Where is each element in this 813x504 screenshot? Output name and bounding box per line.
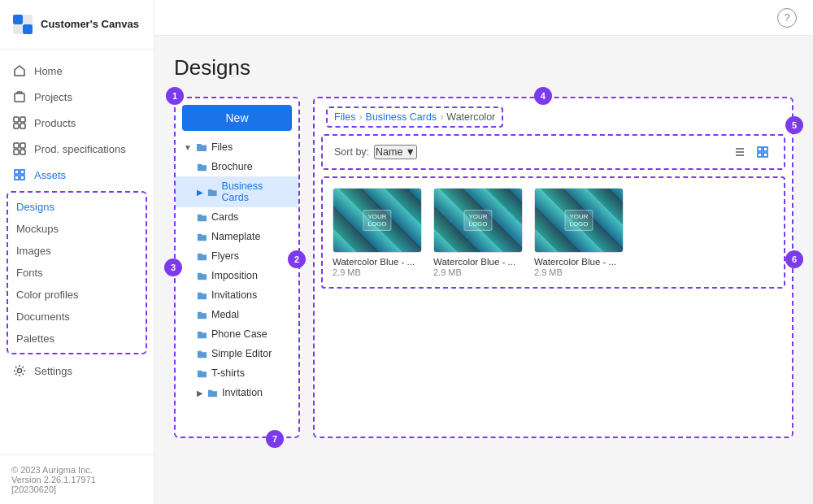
nav-products[interactable]: Products xyxy=(0,110,154,136)
flyers-folder-icon xyxy=(197,251,207,262)
tree-phone-case-label: Phone Case xyxy=(211,328,267,340)
simple-editor-folder-icon xyxy=(197,349,207,359)
annotation-4: 4 xyxy=(534,87,552,105)
tree-nameplate[interactable]: Nameplate xyxy=(176,227,298,246)
subnav-palettes-label: Palettes xyxy=(16,332,54,345)
tree-imposition-label: Imposition xyxy=(211,270,258,281)
file-panel: 1 New ▼ Files Brochure ▶ xyxy=(174,97,793,438)
tree-t-shirts[interactable]: T-shirts xyxy=(176,363,298,383)
file-card-1[interactable]: YOURLOGO Watercolor Blue - ... 2.9 MB xyxy=(333,188,422,277)
tree-cards[interactable]: Cards xyxy=(176,207,298,227)
tree-simple-editor[interactable]: Simple Editor xyxy=(176,344,298,363)
tree-brochure[interactable]: Brochure xyxy=(176,157,298,176)
file-size-2: 2.9 MB xyxy=(433,267,523,277)
file-thumb-1: YOURLOGO xyxy=(333,188,422,253)
subnav-mockups[interactable]: Mockups xyxy=(8,218,146,240)
breadcrumb-business-cards[interactable]: Business Cards xyxy=(366,111,437,123)
logo: Customer's Canvas xyxy=(0,0,154,50)
svg-rect-19 xyxy=(758,153,762,157)
nav-settings-label: Settings xyxy=(34,365,72,377)
subnav-color-profiles-label: Color profiles xyxy=(16,289,79,301)
annotation-6: 6 xyxy=(785,250,803,268)
invitation-folder-icon xyxy=(207,388,218,398)
svg-rect-9 xyxy=(14,143,19,148)
tree-flyers[interactable]: Flyers xyxy=(176,246,298,266)
tree-root[interactable]: ▼ Files xyxy=(176,137,298,157)
help-button[interactable]: ? xyxy=(777,8,797,28)
products-icon xyxy=(13,116,26,129)
breadcrumb-sep-1: › xyxy=(359,111,362,123)
file-size-1: 2.9 MB xyxy=(333,267,422,277)
breadcrumb-files[interactable]: Files xyxy=(334,111,355,123)
logo-text: Customer's Canvas xyxy=(41,18,139,31)
svg-rect-1 xyxy=(23,15,33,24)
sort-bar: Sort by: Name ▼ xyxy=(321,134,785,170)
nav-prod-spec-label: Prod. specifications xyxy=(34,143,126,155)
file-name-1: Watercolor Blue - ... xyxy=(333,257,422,267)
tree-phone-case[interactable]: Phone Case xyxy=(176,324,298,344)
subnav-designs[interactable]: Designs xyxy=(8,196,146,218)
svg-rect-12 xyxy=(20,150,25,154)
tree-invitations-label: Invitations xyxy=(211,289,257,301)
nav-projects[interactable]: Projects xyxy=(0,84,154,110)
list-view-button[interactable] xyxy=(730,142,750,162)
svg-rect-10 xyxy=(20,143,25,148)
file-logo-3: YOURLOGO xyxy=(564,210,593,231)
content-area: Designs 1 New ▼ Files Brochure xyxy=(154,36,813,504)
subnav-palettes[interactable]: Palettes xyxy=(8,328,146,350)
tree-simple-editor-label: Simple Editor xyxy=(211,348,272,359)
file-card-3[interactable]: YOURLOGO Watercolor Blue - ... 2.9 MB xyxy=(534,188,624,277)
view-toggle xyxy=(730,142,772,162)
tree-t-shirts-label: T-shirts xyxy=(211,367,245,379)
subnav-images[interactable]: Images xyxy=(8,240,146,262)
file-card-2[interactable]: YOURLOGO Watercolor Blue - ... 2.9 MB xyxy=(433,188,523,277)
breadcrumb-watercolor[interactable]: Watercolor xyxy=(446,111,495,123)
nav-products-label: Products xyxy=(34,117,76,129)
page-title: Designs xyxy=(174,55,793,80)
tree-medal[interactable]: Medal xyxy=(176,305,298,324)
annotation-7: 7 xyxy=(266,430,284,448)
tree-medal-label: Medal xyxy=(211,309,239,320)
subnav-color-profiles[interactable]: Color profiles xyxy=(8,284,146,306)
grid-view-button[interactable] xyxy=(753,142,772,162)
tree-invitations[interactable]: Invitations xyxy=(176,285,298,305)
nav-projects-label: Projects xyxy=(34,91,72,103)
nav-home[interactable]: Home xyxy=(0,58,154,84)
nav-settings[interactable]: Settings xyxy=(0,358,154,384)
sort-by: Sort by: Name ▼ xyxy=(334,145,417,159)
tree-business-cards[interactable]: ▶ Business Cards xyxy=(176,176,298,207)
new-button[interactable]: New xyxy=(182,105,292,131)
svg-point-13 xyxy=(18,369,22,373)
invitation-arrow: ▶ xyxy=(197,389,203,398)
tree-imposition[interactable]: Imposition xyxy=(176,266,298,285)
svg-rect-18 xyxy=(763,147,767,151)
nav-prod-spec[interactable]: Prod. specifications xyxy=(0,136,154,162)
subnav-designs-label: Designs xyxy=(16,201,54,213)
tree-root-label: Files xyxy=(211,141,233,153)
nav-assets-label: Assets xyxy=(34,169,66,181)
subnav-documents-label: Documents xyxy=(16,311,70,323)
tree-invitation[interactable]: ▶ Invitation xyxy=(176,383,298,402)
svg-rect-6 xyxy=(20,117,25,122)
file-name-3: Watercolor Blue - ... xyxy=(534,257,624,267)
root-arrow: ▼ xyxy=(184,143,192,152)
nameplate-folder-icon xyxy=(197,232,207,242)
annotation-2: 2 xyxy=(288,250,306,268)
sidebar: Customer's Canvas Home Projects Products… xyxy=(0,0,154,504)
subnav-fonts[interactable]: Fonts xyxy=(8,262,146,284)
subnav-documents[interactable]: Documents xyxy=(8,306,146,328)
files-grid: YOURLOGO Watercolor Blue - ... 2.9 MB YO… xyxy=(333,188,774,277)
file-logo-1: YOURLOGO xyxy=(363,210,391,231)
prod-spec-icon xyxy=(13,142,26,155)
sort-name-button[interactable]: Name ▼ xyxy=(374,145,417,159)
nav-assets[interactable]: Assets xyxy=(0,162,154,188)
breadcrumb-sep-2: › xyxy=(440,111,443,123)
svg-rect-0 xyxy=(13,15,23,24)
main: ? Designs 1 New ▼ Files Brochure xyxy=(154,0,813,504)
svg-rect-20 xyxy=(763,153,767,157)
subnav-fonts-label: Fonts xyxy=(16,267,43,279)
annotation-1: 1 xyxy=(166,87,184,105)
phone-case-folder-icon xyxy=(197,329,207,340)
home-icon xyxy=(13,64,26,77)
sort-by-label: Sort by: xyxy=(334,146,369,158)
